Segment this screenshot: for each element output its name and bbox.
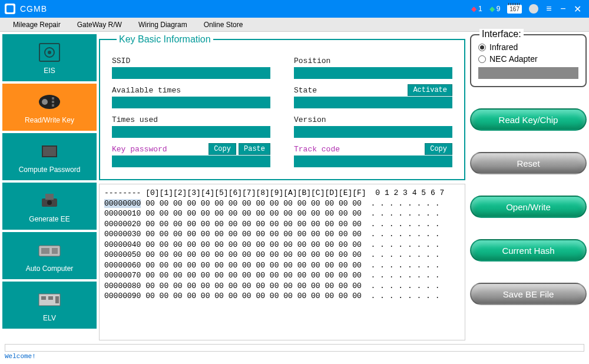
app-title: CGMB — [20, 4, 47, 14]
app-logo-icon — [5, 4, 15, 14]
sidebar-item-label: Read/Write Key — [25, 116, 74, 124]
sidebar-item-label: ELV — [43, 314, 56, 322]
label-key-password: Key password — [112, 145, 167, 154]
current-hash-button[interactable]: Current Hash — [470, 239, 587, 262]
svg-point-4 — [42, 99, 48, 105]
interface-box: Interface: Infrared NEC Adapter — [470, 34, 587, 87]
label-position: Position — [294, 57, 330, 65]
sidebar-item-compute-password[interactable]: Compute Password — [2, 133, 97, 180]
label-available-times: Available times — [112, 86, 181, 95]
label-track-code: Track code — [294, 145, 340, 154]
diamond-red-icon: ◆ — [471, 5, 477, 13]
copy-track-button[interactable]: Copy — [425, 143, 452, 155]
statusbar: Welcome! — [0, 343, 589, 362]
panel-title: Key Basic Information — [117, 34, 213, 45]
menu-wiring-diagram[interactable]: Wiring Diagram — [130, 21, 196, 29]
diamond-green-icon: ◆ — [489, 5, 495, 13]
svg-rect-17 — [41, 296, 46, 300]
input-position[interactable] — [294, 67, 452, 79]
sidebar-item-label: Auto Computer — [26, 264, 74, 273]
radio-icon — [478, 44, 486, 51]
label-times-used: Times used — [112, 115, 158, 124]
safe-icon — [35, 41, 64, 64]
sidebar-item-label: EIS — [44, 67, 55, 75]
minimize-button[interactable]: − — [556, 4, 570, 14]
sidebar-item-label: Compute Password — [19, 166, 81, 174]
paste-password-button[interactable]: Paste — [239, 143, 270, 155]
printer-icon — [35, 189, 64, 213]
activate-button[interactable]: Activate — [408, 84, 452, 96]
svg-rect-11 — [45, 194, 54, 200]
svg-point-12 — [47, 200, 52, 205]
menu-gateway-rw[interactable]: GateWay R/W — [69, 21, 130, 29]
sidebar: EIS Read/Write Key Compute Password Gene… — [2, 34, 97, 340]
input-ssid[interactable] — [112, 67, 270, 79]
menu-online-store[interactable]: Online Store — [196, 21, 252, 29]
input-version[interactable] — [294, 126, 452, 138]
key-fob-icon — [35, 90, 64, 114]
radio-infrared[interactable]: Infrared — [478, 42, 578, 52]
input-available-times[interactable] — [112, 97, 270, 108]
menu-mileage-repair[interactable]: Mileage Repair — [5, 21, 69, 29]
calendar-badge[interactable]: 167 — [507, 5, 522, 14]
sidebar-item-read-write-key[interactable]: Read/Write Key — [2, 84, 97, 131]
interface-title: Interface: — [479, 29, 524, 39]
read-key-button[interactable]: Read Key/Chip — [470, 108, 587, 131]
close-button[interactable]: ✕ — [570, 4, 584, 15]
input-track-code[interactable] — [294, 155, 452, 167]
copy-password-button[interactable]: Copy — [209, 143, 236, 155]
svg-rect-14 — [41, 248, 49, 254]
titlebar: CGMB ◆1 ◆9 167 ≡ − ✕ — [0, 0, 589, 18]
interface-status-bar — [478, 67, 578, 79]
ecu-icon — [35, 239, 64, 262]
sidebar-item-elv[interactable]: ELV — [2, 282, 97, 329]
chip-icon — [35, 140, 64, 163]
svg-rect-18 — [48, 296, 53, 300]
save-be-file-button[interactable]: Save BE File — [470, 283, 587, 305]
credit-diamond-red[interactable]: ◆1 — [471, 5, 482, 13]
hex-viewer[interactable]: -------- [0][1][2][3][4][5][6][7][8][9][… — [99, 184, 465, 340]
radio-icon — [478, 55, 486, 63]
open-write-button[interactable]: Open/Write — [470, 196, 587, 218]
input-key-password[interactable] — [112, 155, 270, 167]
label-version: Version — [294, 115, 326, 124]
label-ssid: SSID — [112, 57, 130, 65]
label-state: State — [294, 86, 317, 95]
sidebar-item-generate-ee[interactable]: Generate EE — [2, 183, 97, 230]
key-info-panel: Key Basic Information SSID Position Avai… — [99, 34, 465, 180]
input-times-used[interactable] — [112, 126, 270, 138]
svg-rect-5 — [52, 97, 54, 100]
svg-rect-6 — [52, 101, 54, 103]
svg-point-2 — [48, 51, 51, 54]
svg-rect-7 — [52, 104, 54, 107]
credit-diamond-green[interactable]: ◆9 — [489, 5, 501, 13]
svg-rect-15 — [52, 248, 58, 254]
medal-icon[interactable] — [529, 4, 538, 14]
board-icon — [35, 288, 64, 312]
status-progress — [5, 344, 584, 352]
svg-rect-19 — [55, 296, 59, 303]
reset-button[interactable]: Reset — [470, 152, 587, 174]
radio-nec-adapter[interactable]: NEC Adapter — [478, 54, 578, 64]
input-state[interactable] — [294, 97, 452, 108]
sidebar-item-auto-computer[interactable]: Auto Computer — [2, 232, 97, 279]
menu-icon[interactable]: ≡ — [542, 4, 556, 14]
sidebar-item-eis[interactable]: EIS — [2, 34, 97, 81]
sidebar-item-label: Generate EE — [29, 215, 70, 223]
status-text: Welcome! — [5, 353, 584, 360]
svg-rect-9 — [43, 147, 56, 156]
